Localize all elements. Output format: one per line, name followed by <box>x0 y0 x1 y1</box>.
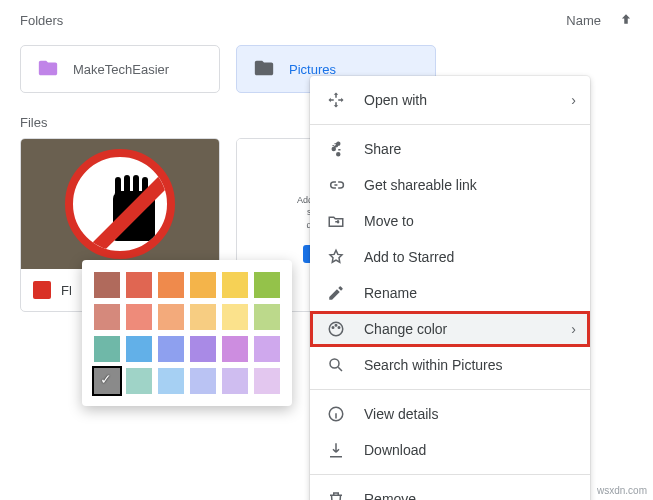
color-swatch[interactable] <box>254 368 280 394</box>
ctx-separator <box>310 124 590 125</box>
watermark: wsxdn.com <box>597 485 647 496</box>
ctx-star[interactable]: Add to Starred <box>310 239 590 275</box>
color-swatch[interactable] <box>222 336 248 362</box>
folder-icon <box>253 57 275 82</box>
color-swatch[interactable] <box>126 368 152 394</box>
color-swatch[interactable] <box>126 304 152 330</box>
color-swatch[interactable] <box>190 336 216 362</box>
ctx-label: Open with <box>364 92 427 108</box>
ctx-label: Share <box>364 141 401 157</box>
ctx-label: Add to Starred <box>364 249 454 265</box>
color-swatch[interactable] <box>190 272 216 298</box>
folder-label: Pictures <box>289 62 336 77</box>
arrow-up-icon[interactable] <box>619 12 633 29</box>
ctx-remove[interactable]: Remove <box>310 481 590 500</box>
ctx-view-details[interactable]: View details <box>310 396 590 432</box>
ctx-move-to[interactable]: Move to <box>310 203 590 239</box>
ctx-label: Download <box>364 442 426 458</box>
ctx-label: Rename <box>364 285 417 301</box>
color-swatch[interactable] <box>190 368 216 394</box>
color-swatch[interactable] <box>126 272 152 298</box>
palette-icon <box>326 320 346 338</box>
image-icon <box>33 281 51 299</box>
folder-maketecheasier[interactable]: MakeTechEasier <box>20 45 220 93</box>
file-name: Fl <box>61 283 72 298</box>
trash-icon <box>326 490 346 500</box>
color-swatch[interactable] <box>222 304 248 330</box>
color-swatch[interactable] <box>190 304 216 330</box>
share-icon <box>326 140 346 158</box>
color-swatch[interactable] <box>94 336 120 362</box>
ctx-label: Get shareable link <box>364 177 477 193</box>
color-swatch[interactable] <box>222 272 248 298</box>
chevron-right-icon: › <box>571 321 576 337</box>
svg-point-2 <box>335 325 337 327</box>
ctx-open-with[interactable]: Open with › <box>310 82 590 118</box>
color-swatch[interactable] <box>158 368 184 394</box>
rename-icon <box>326 284 346 302</box>
ctx-separator <box>310 389 590 390</box>
color-swatch[interactable] <box>94 368 120 394</box>
ctx-label: Search within Pictures <box>364 357 503 373</box>
color-swatch[interactable] <box>222 368 248 394</box>
ctx-search-within[interactable]: Search within Pictures <box>310 347 590 383</box>
ctx-label: Remove <box>364 491 416 500</box>
color-swatch[interactable] <box>254 336 280 362</box>
open-with-icon <box>326 91 346 109</box>
chevron-right-icon: › <box>571 92 576 108</box>
context-menu: Open with › Share Get shareable link Mov… <box>310 76 590 500</box>
folder-label: MakeTechEasier <box>73 62 169 77</box>
link-icon <box>326 176 346 194</box>
ctx-label: Change color <box>364 321 447 337</box>
color-swatch[interactable] <box>254 304 280 330</box>
ctx-get-link[interactable]: Get shareable link <box>310 167 590 203</box>
svg-point-3 <box>338 327 340 329</box>
color-swatch[interactable] <box>94 272 120 298</box>
sort-label[interactable]: Name <box>566 13 601 28</box>
folder-icon <box>37 57 59 82</box>
move-icon <box>326 212 346 230</box>
color-palette <box>82 260 292 406</box>
star-icon <box>326 248 346 266</box>
color-swatch[interactable] <box>254 272 280 298</box>
ctx-separator <box>310 474 590 475</box>
file-thumbnail <box>21 139 219 269</box>
ctx-change-color[interactable]: Change color › <box>310 311 590 347</box>
ctx-label: View details <box>364 406 438 422</box>
ctx-share[interactable]: Share <box>310 131 590 167</box>
ctx-rename[interactable]: Rename <box>310 275 590 311</box>
ctx-label: Move to <box>364 213 414 229</box>
folders-heading: Folders <box>20 13 63 28</box>
search-icon <box>326 356 346 374</box>
ctx-download[interactable]: Download <box>310 432 590 468</box>
color-swatch[interactable] <box>126 336 152 362</box>
color-swatch[interactable] <box>94 304 120 330</box>
color-swatch[interactable] <box>158 336 184 362</box>
info-icon <box>326 405 346 423</box>
color-swatch[interactable] <box>158 272 184 298</box>
svg-point-1 <box>332 327 334 329</box>
svg-point-4 <box>330 359 339 368</box>
color-swatch[interactable] <box>158 304 184 330</box>
download-icon <box>326 441 346 459</box>
